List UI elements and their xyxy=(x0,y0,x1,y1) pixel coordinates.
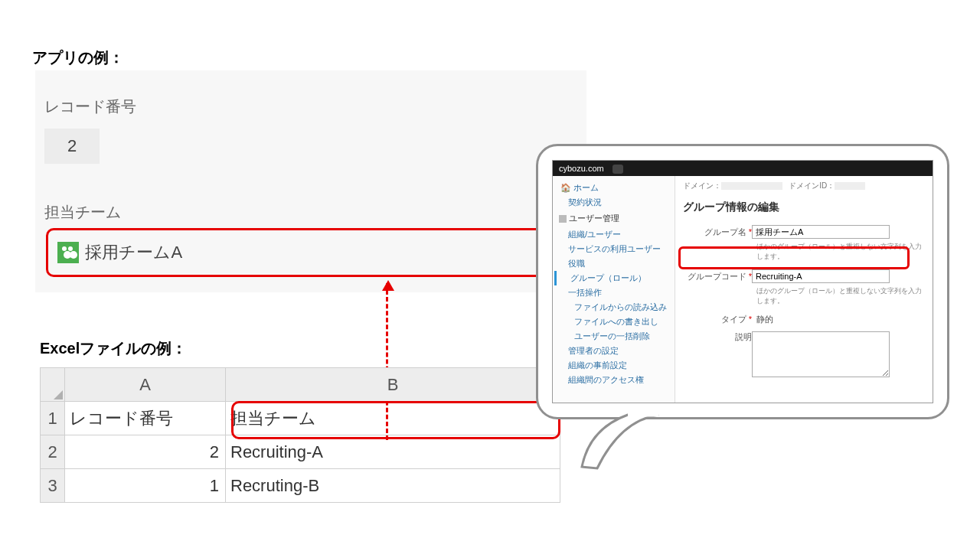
side-file-write[interactable]: ファイルへの書き出し xyxy=(554,315,673,329)
side-admin-settings[interactable]: 管理者の設定 xyxy=(554,344,673,358)
label-record-number: レコード番号 xyxy=(44,96,136,117)
svg-marker-0 xyxy=(54,390,63,399)
excel-rownum: 1 xyxy=(41,402,65,435)
bug-icon xyxy=(612,165,623,174)
admin-domain-line: ドメイン： ドメインID： xyxy=(683,181,925,191)
hint-group-code: ほかのグループ（ロール）と重複しない文字列を入力します。 xyxy=(756,286,925,306)
excel-row-3: 3 1 Recruting-B xyxy=(41,469,560,503)
input-group-code[interactable] xyxy=(752,269,890,283)
excel-table: A B 1 レコード番号 担当チーム 2 2 Recruiting-A 3 1 … xyxy=(40,367,560,503)
excel-cell-a3: 1 xyxy=(65,469,226,503)
excel-cell-b3: Recruting-B xyxy=(226,469,560,503)
label-team: 担当チーム xyxy=(44,202,121,223)
input-group-name[interactable] xyxy=(752,225,890,239)
heading-app-example: アプリの例： xyxy=(32,47,124,68)
excel-col-a-header: A xyxy=(65,368,226,402)
admin-form-title: グループ情報の編集 xyxy=(683,201,925,214)
excel-corner xyxy=(41,368,65,402)
side-bulk-delete[interactable]: ユーザーの一括削除 xyxy=(554,329,673,344)
group-icon xyxy=(57,242,79,263)
admin-topbar: cybozu.com xyxy=(553,161,933,176)
side-file-read[interactable]: ファイルからの読み込み xyxy=(554,300,673,315)
textarea-description[interactable] xyxy=(752,331,890,377)
heading-excel-example: Excelファイルの例： xyxy=(40,338,187,359)
excel-cell-a1: レコード番号 xyxy=(65,402,226,435)
admin-main: ドメイン： ドメインID： グループ情報の編集 グループ名* ほかのグループ（ロ… xyxy=(675,176,933,403)
side-user-mgmt-header: ユーザー管理 xyxy=(554,210,673,227)
side-org-access[interactable]: 組織間のアクセス権 xyxy=(554,373,673,387)
admin-screenshot: cybozu.com 🏠 ホーム 契約状況 ユーザー管理 組織/ユーザー サービ… xyxy=(552,160,933,403)
callout-tail xyxy=(574,413,666,459)
team-value-highlight: 採用チームA xyxy=(46,228,544,277)
excel-row-1: 1 レコード番号 担当チーム xyxy=(41,402,560,435)
excel-rownum: 2 xyxy=(41,435,65,469)
excel-cell-b2: Recruiting-A xyxy=(226,435,560,469)
side-org-user[interactable]: 組織/ユーザー xyxy=(554,227,673,242)
value-record-number: 2 xyxy=(44,129,100,164)
side-contract[interactable]: 契約状況 xyxy=(554,195,673,210)
side-home[interactable]: 🏠 ホーム xyxy=(554,181,673,195)
admin-callout: cybozu.com 🏠 ホーム 契約状況 ユーザー管理 組織/ユーザー サービ… xyxy=(536,144,949,419)
row-group-code: グループコード* xyxy=(683,269,925,283)
side-org-presets[interactable]: 組織の事前設定 xyxy=(554,358,673,373)
side-group-role[interactable]: グループ（ロール） xyxy=(554,271,673,285)
side-positions[interactable]: 役職 xyxy=(554,256,673,271)
row-type: タイプ* 静的 xyxy=(683,314,925,325)
team-value: 採用チームA xyxy=(85,243,182,262)
excel-cell-a2: 2 xyxy=(65,435,226,469)
app-example-panel: レコード番号 2 担当チーム 採用チームA xyxy=(35,70,586,292)
excel-col-b-header: B xyxy=(226,368,560,402)
side-bulk[interactable]: 一括操作 xyxy=(554,285,673,300)
admin-sidebar: 🏠 ホーム 契約状況 ユーザー管理 組織/ユーザー サービスの利用ユーザー 役職… xyxy=(553,176,675,403)
row-group-name: グループ名* xyxy=(683,225,925,239)
excel-row-2: 2 2 Recruiting-A xyxy=(41,435,560,469)
side-service-users[interactable]: サービスの利用ユーザー xyxy=(554,242,673,256)
excel-rownum: 3 xyxy=(41,469,65,503)
hint-group-name: ほかのグループ（ロール）と重複しない文字列を入力します。 xyxy=(756,242,925,262)
admin-brand: cybozu.com xyxy=(559,164,604,173)
excel-cell-b1: 担当チーム xyxy=(226,402,560,435)
row-description: 説明 xyxy=(683,331,925,377)
value-type: 静的 xyxy=(756,314,773,325)
